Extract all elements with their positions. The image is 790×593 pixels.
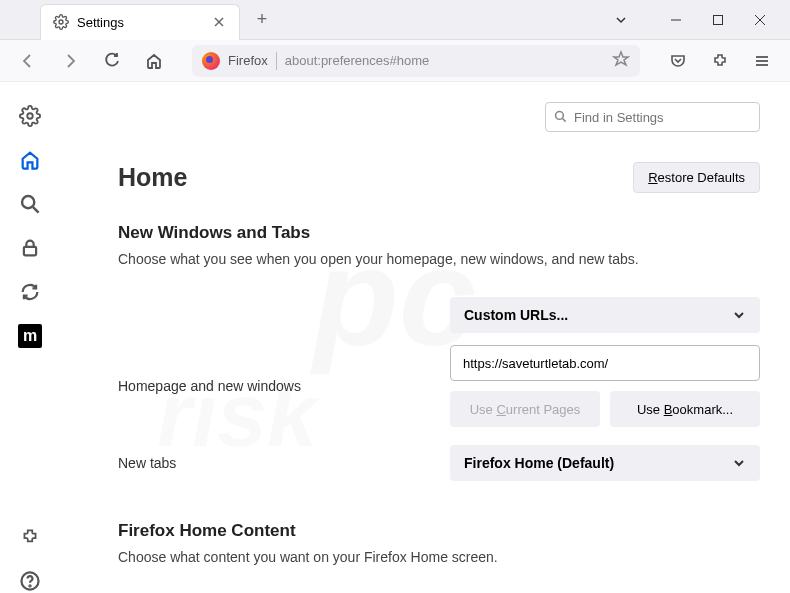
sidebar-general-icon[interactable] bbox=[18, 104, 42, 128]
svg-rect-4 bbox=[714, 15, 723, 24]
section-home-content-desc: Choose what content you want on your Fir… bbox=[118, 549, 760, 565]
forward-button[interactable] bbox=[56, 47, 84, 75]
restore-defaults-button[interactable]: Restore Defaults bbox=[633, 162, 760, 193]
maximize-button[interactable] bbox=[698, 5, 738, 35]
address-label: Firefox bbox=[228, 53, 268, 68]
homepage-url-input[interactable] bbox=[450, 345, 760, 381]
reload-button[interactable] bbox=[98, 47, 126, 75]
newtabs-row-label: New tabs bbox=[118, 455, 450, 471]
svg-line-13 bbox=[33, 207, 39, 213]
settings-sidebar: m bbox=[0, 82, 60, 593]
sidebar-sync-icon[interactable] bbox=[18, 280, 42, 304]
sidebar-extensions-icon[interactable] bbox=[18, 525, 42, 549]
titlebar: Settings + bbox=[0, 0, 790, 40]
section-new-windows-desc: Choose what you see when you open your h… bbox=[118, 251, 760, 267]
browser-tab[interactable]: Settings bbox=[40, 4, 240, 40]
find-in-settings-input[interactable] bbox=[545, 102, 760, 132]
tab-title: Settings bbox=[77, 15, 203, 30]
svg-point-0 bbox=[59, 20, 63, 24]
svg-marker-7 bbox=[614, 52, 628, 65]
section-new-windows-title: New Windows and Tabs bbox=[118, 223, 760, 243]
home-nav-button[interactable] bbox=[140, 47, 168, 75]
sidebar-home-icon[interactable] bbox=[18, 148, 42, 172]
close-icon[interactable] bbox=[211, 14, 227, 30]
svg-line-18 bbox=[563, 119, 566, 122]
close-window-button[interactable] bbox=[740, 5, 780, 35]
toolbar: Firefox about:preferences#home bbox=[0, 40, 790, 82]
chevron-down-icon bbox=[732, 456, 746, 470]
use-bookmark-button[interactable]: Use Bookmark... bbox=[610, 391, 760, 427]
new-tab-button[interactable]: + bbox=[248, 6, 276, 34]
minimize-button[interactable] bbox=[656, 5, 696, 35]
main-content: Home Restore Defaults New Windows and Ta… bbox=[60, 82, 790, 593]
find-input-field[interactable] bbox=[574, 110, 751, 125]
firefox-logo-icon bbox=[202, 52, 220, 70]
sidebar-privacy-lock-icon[interactable] bbox=[18, 236, 42, 260]
chevron-down-icon bbox=[732, 308, 746, 322]
search-icon bbox=[554, 110, 568, 124]
sidebar-extension-m-icon[interactable]: m bbox=[18, 324, 42, 348]
extensions-icon[interactable] bbox=[706, 47, 734, 75]
back-button[interactable] bbox=[14, 47, 42, 75]
homepage-row-label: Homepage and new windows bbox=[118, 378, 450, 394]
address-url: about:preferences#home bbox=[285, 53, 604, 68]
svg-point-11 bbox=[27, 113, 33, 119]
svg-point-12 bbox=[22, 196, 34, 208]
section-home-content-title: Firefox Home Content bbox=[118, 521, 760, 541]
sidebar-search-icon[interactable] bbox=[18, 192, 42, 216]
gear-icon bbox=[53, 14, 69, 30]
pocket-icon[interactable] bbox=[664, 47, 692, 75]
svg-rect-14 bbox=[24, 247, 36, 256]
use-current-pages-button[interactable]: Use Current Pages bbox=[450, 391, 600, 427]
bookmark-star-icon[interactable] bbox=[612, 50, 630, 72]
page-title: Home bbox=[118, 163, 187, 192]
menu-icon[interactable] bbox=[748, 47, 776, 75]
tabs-dropdown-icon[interactable] bbox=[606, 5, 636, 35]
svg-point-16 bbox=[29, 585, 30, 586]
svg-point-17 bbox=[556, 112, 564, 120]
homepage-select[interactable]: Custom URLs... bbox=[450, 297, 760, 333]
newtabs-select[interactable]: Firefox Home (Default) bbox=[450, 445, 760, 481]
address-bar[interactable]: Firefox about:preferences#home bbox=[192, 45, 640, 77]
sidebar-help-icon[interactable] bbox=[18, 569, 42, 593]
